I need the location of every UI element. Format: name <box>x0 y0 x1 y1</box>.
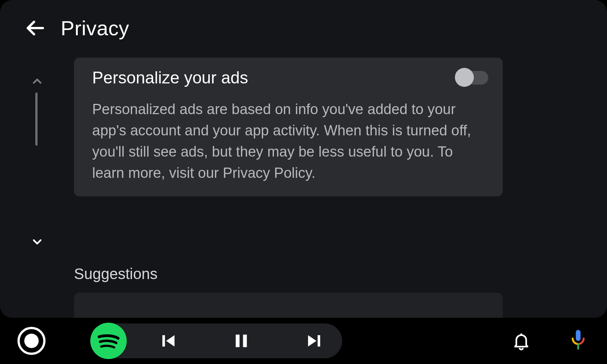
bell-icon <box>511 331 531 351</box>
svg-marker-6 <box>308 335 316 347</box>
chevron-up-icon <box>30 74 44 88</box>
scroll-up-button[interactable] <box>28 72 46 90</box>
svg-rect-7 <box>318 335 320 347</box>
bottom-bar <box>0 318 607 364</box>
svg-rect-4 <box>236 335 239 347</box>
back-button[interactable] <box>21 14 49 42</box>
scroll-indicator <box>28 72 46 251</box>
content-area: Privacy Personalize your ads <box>0 0 607 318</box>
svg-rect-2 <box>162 335 165 347</box>
toggle-knob <box>455 68 474 87</box>
next-card-peek[interactable] <box>74 293 503 319</box>
voice-assistant-button[interactable] <box>567 329 590 352</box>
skip-next-icon <box>305 332 323 350</box>
notifications-button[interactable] <box>510 329 533 352</box>
previous-track-button[interactable] <box>159 332 178 350</box>
chevron-down-icon <box>30 235 44 249</box>
app-window: Privacy Personalize your ads <box>0 0 607 364</box>
svg-marker-3 <box>166 335 175 347</box>
skip-previous-icon <box>159 332 178 350</box>
media-pill[interactable] <box>91 323 342 358</box>
spotify-icon <box>91 323 126 358</box>
pause-icon <box>233 332 250 350</box>
next-track-button[interactable] <box>305 332 323 350</box>
circle-dot-icon <box>24 334 39 348</box>
personalize-ads-card: Personalize your ads Personalized ads ar… <box>74 58 503 196</box>
card-description: Personalized ads are based on info you'v… <box>92 99 488 184</box>
media-controls <box>159 332 323 350</box>
spotify-app-button[interactable] <box>90 323 127 359</box>
svg-rect-9 <box>576 330 580 341</box>
personalize-ads-toggle[interactable] <box>456 71 488 85</box>
svg-rect-5 <box>243 335 247 347</box>
suggestions-section-header: Suggestions <box>74 265 157 282</box>
header: Privacy <box>0 0 607 47</box>
card-title: Personalize your ads <box>92 68 248 87</box>
arrow-left-icon <box>24 17 46 39</box>
card-header: Personalize your ads <box>92 68 488 87</box>
launcher-button[interactable] <box>17 327 46 355</box>
pause-button[interactable] <box>233 332 250 350</box>
scroll-track <box>35 93 38 146</box>
scroll-down-button[interactable] <box>28 233 46 251</box>
page-title: Privacy <box>61 16 129 40</box>
mic-icon <box>569 329 588 353</box>
